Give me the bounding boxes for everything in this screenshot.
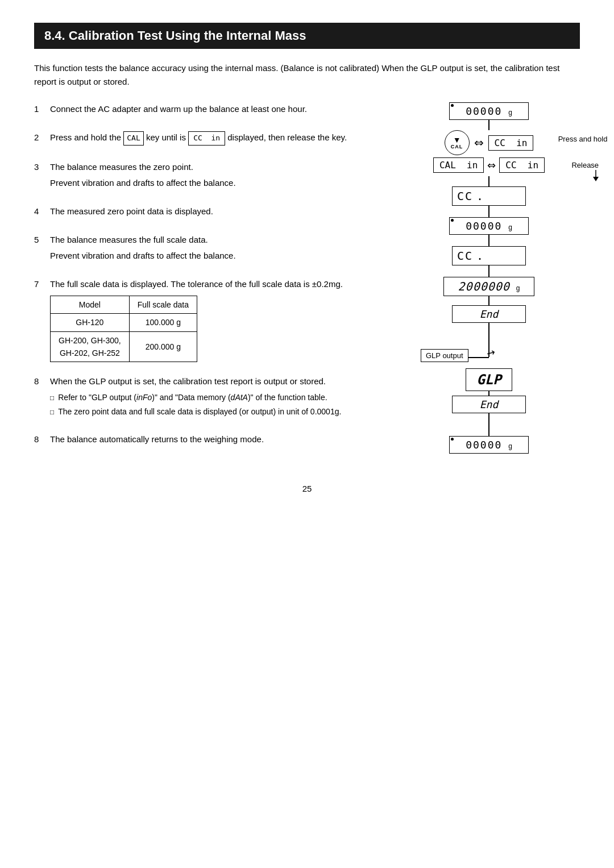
release-label: Release bbox=[571, 161, 599, 169]
diag-display-final: 00000 g bbox=[449, 436, 529, 454]
step-7: 7 The full scale data is displayed. The … bbox=[34, 277, 387, 363]
cal-in-diag: CAL in bbox=[433, 157, 484, 173]
cc-in-diag: CC in bbox=[488, 135, 534, 151]
cal-button-icon: ▼ CAL bbox=[445, 130, 470, 155]
section-number: 8.4. bbox=[44, 28, 65, 43]
diag-display-cc-dot2: CC. bbox=[452, 246, 526, 265]
cc-in-diag2: CC in bbox=[499, 157, 545, 173]
intro-text: This function tests the balance accuracy… bbox=[34, 61, 580, 89]
table-row: GH-200, GH-300,GH-202, GH-252 200.000 g bbox=[51, 331, 197, 362]
right-column: 00000 g ▼ CAL ⇔ CC in Press and hold bbox=[398, 102, 580, 461]
glp-arrow-icon: ↗ bbox=[484, 346, 498, 361]
bullet-list: Refer to "GLP output (inFo)" and "Data m… bbox=[50, 392, 387, 418]
section-title: Calibration Test Using the Internal Mass bbox=[69, 28, 306, 43]
press-hold-label: Press and hold bbox=[558, 135, 608, 143]
step-4: 4 The measured zero point data is displa… bbox=[34, 205, 387, 221]
step-5: 5 The balance measures the full scale da… bbox=[34, 233, 387, 265]
step-8: 8 When the GLP output is set, the calibr… bbox=[34, 375, 387, 420]
page-number: 25 bbox=[34, 484, 580, 493]
flow-diagram: 00000 g ▼ CAL ⇔ CC in Press and hold bbox=[398, 102, 580, 454]
svg-marker-1 bbox=[593, 177, 599, 181]
diag-display-fullscale: 2000000 g bbox=[443, 277, 534, 296]
glp-output-box: GLP output bbox=[421, 349, 468, 362]
diag-display-end: End bbox=[452, 305, 526, 323]
table-col1: Model bbox=[51, 296, 130, 313]
diag-display-zero: 00000 g bbox=[449, 217, 529, 235]
step-8b: 8 The balance automatically returns to t… bbox=[34, 433, 387, 448]
release-arrow-icon bbox=[590, 170, 601, 181]
section-header: 8.4. Calibration Test Using the Internal… bbox=[34, 23, 580, 49]
step-1: 1 Connect the AC adapter and warm up the… bbox=[34, 102, 387, 118]
diag-display-glp-end: End bbox=[452, 396, 526, 413]
step-3: 3 The balance measures the zero point. P… bbox=[34, 160, 387, 192]
cal-key: CAL bbox=[123, 131, 143, 146]
left-column: 1 Connect the AC adapter and warm up the… bbox=[34, 102, 398, 461]
scale-table: Model Full scale data GH-120 100.000 g G… bbox=[50, 296, 197, 363]
table-row: GH-120 100.000 g bbox=[51, 314, 197, 331]
table-col2: Full scale data bbox=[129, 296, 197, 313]
cc-in-display: CC in bbox=[188, 131, 225, 146]
diag-display-glp: GLP bbox=[466, 368, 512, 391]
step-2: 2 Press and hold the CAL key until is CC… bbox=[34, 131, 387, 148]
diag-display-initial: 00000 g bbox=[449, 102, 529, 120]
diag-display-cc-dot: CC. bbox=[452, 186, 526, 206]
double-arrow-icon: ⇔ bbox=[474, 136, 484, 149]
